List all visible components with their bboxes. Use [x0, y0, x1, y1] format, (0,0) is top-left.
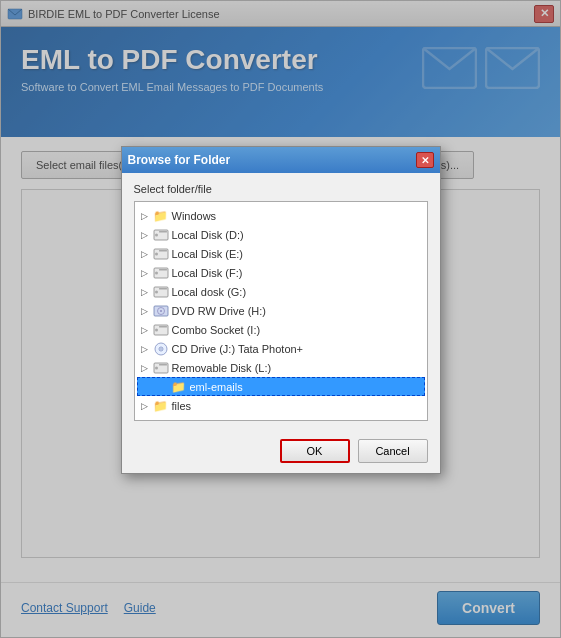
- tree-item-disk-d[interactable]: ▷ Local Disk (D:): [137, 225, 425, 244]
- tree-arrow-disk-g: ▷: [141, 287, 153, 297]
- tree-item-combo-i[interactable]: ▷ Combo Socket (I:): [137, 320, 425, 339]
- dialog-ok-button[interactable]: OK: [280, 439, 350, 463]
- tree-label-disk-d: Local Disk (D:): [172, 229, 244, 241]
- modal-overlay: Browse for Folder ✕ Select folder/file ▷…: [1, 1, 560, 637]
- browse-dialog: Browse for Folder ✕ Select folder/file ▷…: [121, 146, 441, 474]
- dialog-cancel-button[interactable]: Cancel: [358, 439, 428, 463]
- svg-rect-20: [159, 326, 167, 328]
- tree-label-combo-i: Combo Socket (I:): [172, 324, 261, 336]
- svg-rect-14: [159, 288, 167, 290]
- tree-arrow-cd-j: ▷: [141, 344, 153, 354]
- tree-item-disk-e[interactable]: ▷ Local Disk (E:): [137, 244, 425, 263]
- tree-arrow-disk-f: ▷: [141, 268, 153, 278]
- svg-point-7: [155, 252, 158, 255]
- disk-icon-f: [153, 266, 169, 280]
- tree-label-cd-j: CD Drive (J:) Tata Photon+: [172, 343, 304, 355]
- tree-item-disk-f[interactable]: ▷ Local Disk (F:): [137, 263, 425, 282]
- svg-point-19: [155, 328, 158, 331]
- main-window: BIRDIE EML to PDF Converter License ✕ EM…: [0, 0, 561, 638]
- dialog-close-button[interactable]: ✕: [416, 152, 434, 168]
- tree-item-removable-l[interactable]: ▷ Removable Disk (L:): [137, 358, 425, 377]
- tree-label-disk-g: Local dosk (G:): [172, 286, 247, 298]
- dvd-icon-h: [153, 304, 169, 318]
- tree-label-windows: Windows: [172, 210, 217, 222]
- svg-point-25: [155, 366, 158, 369]
- tree-item-eml-emails[interactable]: ▷ 📁 eml-emails: [137, 377, 425, 396]
- svg-rect-26: [159, 364, 167, 366]
- folder-icon-windows: 📁: [153, 209, 169, 223]
- tree-arrow-combo-i: ▷: [141, 325, 153, 335]
- tree-arrow-windows: ▷: [141, 211, 153, 221]
- tree-label-dvd-h: DVD RW Drive (H:): [172, 305, 267, 317]
- svg-rect-5: [159, 231, 167, 233]
- cd-icon-j: [153, 342, 169, 356]
- folder-icon-eml: 📁: [171, 380, 187, 394]
- svg-point-23: [160, 348, 162, 350]
- svg-rect-8: [159, 250, 167, 252]
- dialog-title-bar: Browse for Folder ✕: [122, 147, 440, 173]
- tree-arrow-disk-e: ▷: [141, 249, 153, 259]
- tree-item-dvd-h[interactable]: ▷ DVD RW Drive (H:): [137, 301, 425, 320]
- svg-point-4: [155, 233, 158, 236]
- tree-item-windows[interactable]: ▷ 📁 Windows: [137, 206, 425, 225]
- tree-label-files: files: [172, 400, 192, 412]
- dialog-body: Select folder/file ▷ 📁 Windows ▷: [122, 173, 440, 431]
- combo-icon-i: [153, 323, 169, 337]
- tree-arrow-removable-l: ▷: [141, 363, 153, 373]
- tree-label-disk-e: Local Disk (E:): [172, 248, 244, 260]
- folder-tree[interactable]: ▷ 📁 Windows ▷ Local Disk (D:): [134, 201, 428, 421]
- tree-label-eml: eml-emails: [190, 381, 243, 393]
- disk-icon-e: [153, 247, 169, 261]
- svg-rect-11: [159, 269, 167, 271]
- folder-icon-files: 📁: [153, 399, 169, 413]
- tree-arrow-disk-d: ▷: [141, 230, 153, 240]
- svg-point-13: [155, 290, 158, 293]
- tree-item-disk-g[interactable]: ▷ Local dosk (G:): [137, 282, 425, 301]
- dialog-label: Select folder/file: [134, 183, 428, 195]
- removable-icon-l: [153, 361, 169, 375]
- tree-item-cd-j[interactable]: ▷ CD Drive (J:) Tata Photon+: [137, 339, 425, 358]
- tree-label-removable-l: Removable Disk (L:): [172, 362, 272, 374]
- tree-label-disk-f: Local Disk (F:): [172, 267, 243, 279]
- disk-icon-g: [153, 285, 169, 299]
- dialog-footer: OK Cancel: [122, 431, 440, 473]
- tree-arrow-files: ▷: [141, 401, 153, 411]
- tree-item-files[interactable]: ▷ 📁 files: [137, 396, 425, 415]
- disk-icon-d: [153, 228, 169, 242]
- svg-point-10: [155, 271, 158, 274]
- dialog-title: Browse for Folder: [128, 153, 231, 167]
- svg-point-17: [160, 310, 162, 312]
- tree-arrow-dvd-h: ▷: [141, 306, 153, 316]
